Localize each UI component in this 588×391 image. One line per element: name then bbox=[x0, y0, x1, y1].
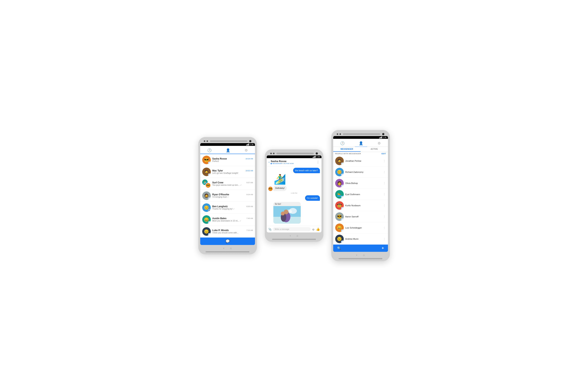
tab-messenger[interactable]: MESSENGER bbox=[333, 147, 361, 152]
phone-nav-3: ‹ ⌂ bbox=[333, 252, 388, 257]
list-item[interactable]: 👩 Olivia Bishop ⋮ bbox=[333, 178, 388, 189]
tab-recent[interactable]: 🕐 bbox=[203, 147, 215, 154]
phone-3: 1:38 🕐 👤 ⚙ MESSENGER ACTIVE PEOPLE WITH … bbox=[331, 130, 390, 261]
like-icon[interactable]: 👍 bbox=[316, 227, 320, 231]
more-icon[interactable]: ⋮ bbox=[383, 193, 386, 196]
list-item[interactable]: 😐 Luke P. Woods 7:15 AM I think you shou… bbox=[200, 226, 255, 238]
app-screen-1: 🕐 👤 ⚙ 😎 Sasha Rosse bbox=[200, 146, 255, 245]
phone-dots-1 bbox=[204, 140, 208, 142]
facebook-badge: f bbox=[208, 209, 211, 212]
messenger-dot bbox=[271, 163, 272, 164]
tab-people[interactable]: 👤 bbox=[222, 147, 234, 154]
add-contact-icon[interactable]: + bbox=[382, 246, 384, 250]
tab-active[interactable]: ACTIVE bbox=[361, 147, 388, 152]
list-item[interactable]: 🧔 Mac Tyler 10:02 AM Let's go see Giraff… bbox=[200, 166, 255, 178]
more-icon[interactable]: ⋮ bbox=[383, 237, 386, 240]
list-item[interactable]: 😎 Sasha Rosse 10:24 AM Perfect! bbox=[200, 154, 255, 166]
list-item[interactable]: 😄 Luiz Scheidegger ⋮ bbox=[333, 222, 388, 233]
list-item[interactable]: 😊 Richard Zadorozny ⋮ bbox=[333, 167, 388, 178]
emoji-icon[interactable]: ☺ bbox=[312, 228, 315, 231]
contact-name: Andrew Munn bbox=[345, 238, 382, 240]
phone-speaker bbox=[343, 133, 380, 135]
list-item[interactable]: 🧔 Ryan O'Rourke 9:24 AM I'm bringing foo… bbox=[200, 190, 255, 202]
attach-icon[interactable]: 📎 bbox=[268, 228, 272, 231]
signal-icon bbox=[379, 136, 382, 138]
people-mode-tabs: MESSENGER ACTIVE bbox=[333, 147, 388, 152]
more-icon[interactable]: ⋮ bbox=[383, 171, 386, 174]
message-content: Ryan O'Rourke 9:24 AM I'm bringing food … bbox=[212, 193, 253, 198]
message-content: Austin Bales 7:43 AM Meet you downstairs… bbox=[212, 217, 253, 222]
message-content: Mac Tyler 10:02 AM Let's go see Giraffag… bbox=[212, 169, 253, 174]
app-screen-2: ‹ Sasha Rosse MESSENGER • ACTIVE NOW ⋮ t… bbox=[267, 158, 321, 232]
search-icon[interactable]: 🔍 bbox=[337, 246, 341, 250]
message-time: 9:24 AM bbox=[246, 194, 253, 196]
phone-top-1 bbox=[200, 139, 255, 143]
message-time: 9:37 AM bbox=[246, 182, 253, 184]
app-screen-3: 🕐 👤 ⚙ MESSENGER ACTIVE PEOPLE WITH MESSE… bbox=[333, 139, 388, 252]
list-item[interactable]: 😎 Aaron Sarnoff ⋮ bbox=[333, 211, 388, 222]
list-item[interactable]: 🏊 Eyal Guthmann ⋮ bbox=[333, 189, 388, 200]
list-item[interactable]: 🤠 Kurtis Nusbaum ⋮ bbox=[333, 200, 388, 211]
message-preview: Meet you downstairs in 15 mi... ✓ bbox=[212, 220, 253, 222]
tab-settings[interactable]: ⚙ bbox=[241, 147, 252, 154]
bottom-speaker bbox=[339, 258, 383, 259]
list-item[interactable]: 😊 f Ben Langholz 8:35 AM Thanks for stop… bbox=[200, 202, 255, 214]
chat-contact-name: Sasha Rosse bbox=[271, 160, 294, 163]
contact-name: Surf Crew bbox=[212, 181, 223, 184]
phone-dots-2 bbox=[270, 153, 275, 154]
message-input[interactable]: Write a message bbox=[273, 227, 311, 231]
home-button[interactable]: ⌂ bbox=[230, 247, 232, 250]
tab-recent[interactable]: 🕐 bbox=[336, 140, 348, 147]
avatar: 😄 bbox=[202, 215, 211, 224]
status-time-2: 1:38 bbox=[316, 156, 320, 158]
back-button[interactable]: ‹ bbox=[290, 234, 291, 237]
more-icon[interactable]: ⋮ bbox=[383, 182, 386, 185]
tab-settings[interactable]: ⚙ bbox=[374, 140, 385, 147]
avatar: 😐 bbox=[335, 235, 344, 243]
message-list: 😎 Sasha Rosse 10:24 AM Perfect! bbox=[200, 154, 255, 238]
more-icon[interactable]: ⋮ bbox=[383, 159, 386, 163]
contact-name: Aaron Sarnoff bbox=[345, 215, 382, 218]
home-button[interactable]: ⌂ bbox=[297, 234, 298, 237]
message-time: 10:02 AM bbox=[245, 170, 253, 172]
avatar: 🧔 bbox=[335, 157, 344, 165]
more-options-icon[interactable]: ⋮ bbox=[316, 160, 319, 164]
chat-header-left: ‹ Sasha Rosse MESSENGER • ACTIVE NOW bbox=[269, 160, 294, 164]
photo-bubble: So fun! bbox=[273, 202, 301, 224]
bottom-speaker bbox=[272, 239, 316, 240]
compose-icon[interactable]: 💬 bbox=[225, 239, 230, 243]
home-button[interactable]: ⌂ bbox=[363, 253, 365, 257]
more-icon[interactable]: ⋮ bbox=[383, 226, 386, 229]
phone-top-2 bbox=[267, 151, 321, 155]
back-button[interactable]: ‹ bbox=[269, 161, 270, 164]
phone-dots-3 bbox=[337, 133, 341, 135]
phone-speaker bbox=[210, 140, 247, 142]
tab-people[interactable]: 👤 bbox=[355, 140, 367, 147]
list-item[interactable]: 😐 Andrew Munn ⋮ bbox=[333, 233, 388, 245]
chat-bubble-out: the beach with us later? bbox=[293, 168, 320, 173]
message-preview: Let's go see Giraffage tonight! bbox=[212, 172, 253, 174]
message-time: 7:43 AM bbox=[246, 217, 253, 219]
message-row-out: the beach with us later? bbox=[268, 168, 320, 173]
more-icon[interactable]: ⋮ bbox=[383, 215, 386, 218]
phone-screen-2: 1:38 ‹ Sasha Rosse MESSENGER • ACTIVE NO… bbox=[267, 155, 321, 232]
messenger-badge bbox=[208, 197, 211, 200]
more-icon[interactable]: ⋮ bbox=[383, 204, 386, 207]
list-item[interactable]: 😄 Austin Bales 7:43 AM Meet you downstai… bbox=[200, 214, 255, 226]
people-list: 🧔 Jonathan Perlow ⋮ 😊 bbox=[333, 155, 388, 245]
messenger-badge bbox=[341, 218, 344, 221]
avatar: 😐 bbox=[202, 227, 211, 236]
messenger-badge bbox=[341, 185, 344, 188]
back-button[interactable]: ‹ bbox=[356, 253, 357, 257]
messenger-badge bbox=[208, 173, 211, 176]
edit-button[interactable]: EDIT bbox=[382, 153, 386, 155]
avatar: 🏊 bbox=[335, 190, 344, 199]
spacer bbox=[268, 180, 273, 184]
phone-nav-1: ‹ ⌂ bbox=[200, 245, 255, 250]
list-item[interactable]: 🏄 😎 Surf Crew 9:37 AM You guys wanna mee… bbox=[200, 178, 255, 190]
messenger-badge bbox=[341, 174, 344, 176]
back-button[interactable]: ‹ bbox=[223, 247, 224, 250]
list-item[interactable]: 🧔 Jonathan Perlow ⋮ bbox=[333, 155, 388, 167]
signal-icon bbox=[246, 143, 249, 145]
contact-name: Eyal Guthmann bbox=[345, 193, 382, 196]
